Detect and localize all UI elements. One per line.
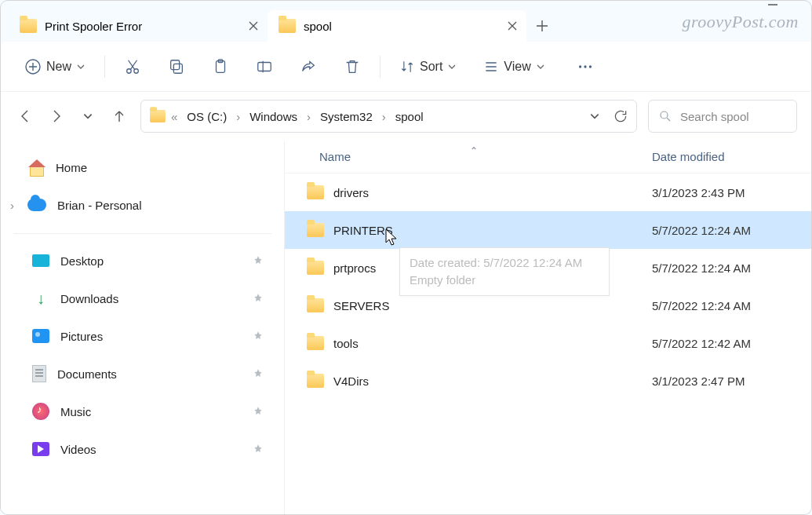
svg-rect-7 bbox=[258, 62, 271, 71]
chevron-down-icon bbox=[536, 62, 545, 71]
body: Home › Brian - Personal Desktop ↓ Downlo… bbox=[1, 141, 811, 515]
sidebar-item-onedrive[interactable]: › Brian - Personal bbox=[1, 186, 284, 224]
sidebar-item-label: Downloads bbox=[60, 292, 118, 305]
tooltip: Date created: 5/7/2022 12:24 AM Empty fo… bbox=[399, 247, 610, 296]
file-name: SERVERS bbox=[333, 299, 389, 312]
folder-icon bbox=[20, 19, 37, 33]
breadcrumb-system32[interactable]: System32 bbox=[315, 108, 377, 125]
videos-icon bbox=[32, 442, 49, 456]
chevron-right-icon[interactable]: › bbox=[381, 110, 388, 123]
delete-button[interactable] bbox=[336, 51, 369, 82]
chevron-right-icon[interactable]: › bbox=[305, 110, 312, 123]
chevron-down-icon bbox=[447, 62, 457, 71]
search-placeholder: Search spool bbox=[680, 110, 749, 123]
sidebar-item-videos[interactable]: Videos bbox=[1, 430, 284, 468]
pin-icon[interactable] bbox=[253, 293, 264, 304]
folder-icon bbox=[307, 223, 324, 237]
file-row[interactable]: V4Dirs 3/1/2023 2:47 PM bbox=[285, 362, 811, 400]
svg-point-10 bbox=[589, 65, 592, 68]
pictures-icon bbox=[32, 329, 49, 343]
file-row[interactable]: PRINTERS 5/7/2022 12:24 AM bbox=[285, 211, 811, 249]
navigation-row: « OS (C:) › Windows › System32 › spool S… bbox=[1, 92, 811, 141]
column-headers: Name ⌃ Date modified bbox=[285, 141, 811, 173]
sidebar-item-home[interactable]: Home bbox=[1, 148, 284, 186]
address-dropdown-button[interactable] bbox=[589, 111, 600, 122]
pin-icon[interactable] bbox=[253, 368, 264, 379]
folder-icon bbox=[307, 374, 324, 388]
share-button[interactable] bbox=[292, 51, 325, 82]
rename-icon bbox=[256, 58, 273, 75]
tab-print-spooler-error[interactable]: Print Spooler Error bbox=[9, 10, 268, 42]
paste-icon bbox=[212, 58, 229, 75]
breadcrumb-overflow[interactable]: « bbox=[169, 110, 179, 123]
sort-button[interactable]: Sort bbox=[391, 51, 464, 82]
trash-icon bbox=[344, 58, 361, 75]
divider bbox=[104, 56, 105, 78]
breadcrumb-windows[interactable]: Windows bbox=[245, 108, 302, 125]
plus-circle-icon bbox=[24, 58, 42, 75]
sidebar-item-pictures[interactable]: Pictures bbox=[1, 317, 284, 355]
close-tab-icon[interactable] bbox=[244, 16, 263, 35]
pin-icon[interactable] bbox=[253, 444, 264, 455]
sidebar: Home › Brian - Personal Desktop ↓ Downlo… bbox=[1, 141, 285, 515]
chevron-down-icon bbox=[76, 62, 86, 71]
up-button[interactable] bbox=[109, 106, 129, 126]
svg-rect-4 bbox=[171, 60, 180, 69]
pin-icon[interactable] bbox=[253, 331, 264, 342]
file-date: 3/1/2023 2:43 PM bbox=[652, 186, 811, 199]
breadcrumb-spool[interactable]: spool bbox=[391, 108, 428, 125]
sidebar-item-label: Desktop bbox=[60, 254, 104, 268]
paste-button[interactable] bbox=[204, 51, 237, 82]
file-row[interactable]: tools 5/7/2022 12:42 AM bbox=[285, 324, 811, 362]
svg-point-11 bbox=[661, 111, 668, 119]
sidebar-item-documents[interactable]: Documents bbox=[1, 355, 284, 393]
refresh-button[interactable] bbox=[613, 108, 628, 124]
sidebar-item-desktop[interactable]: Desktop bbox=[1, 242, 284, 279]
sidebar-item-label: Home bbox=[56, 161, 87, 174]
folder-icon bbox=[279, 19, 296, 33]
minimize-button[interactable] bbox=[767, 0, 799, 10]
tab-label: Print Spooler Error bbox=[45, 20, 142, 33]
recent-locations-button[interactable] bbox=[78, 106, 98, 126]
sort-icon bbox=[399, 59, 415, 75]
sidebar-item-downloads[interactable]: ↓ Downloads bbox=[1, 279, 284, 317]
folder-icon bbox=[150, 110, 166, 122]
pin-icon[interactable] bbox=[253, 255, 264, 266]
tab-spool[interactable]: spool bbox=[268, 10, 526, 42]
chevron-right-icon[interactable]: › bbox=[10, 199, 14, 212]
new-button[interactable]: New bbox=[16, 51, 93, 82]
divider bbox=[380, 56, 381, 78]
folder-icon bbox=[307, 298, 324, 312]
column-header-date[interactable]: Date modified bbox=[652, 150, 811, 163]
more-button[interactable] bbox=[569, 51, 602, 82]
chevron-right-icon[interactable]: › bbox=[235, 110, 242, 123]
column-header-name[interactable]: Name ⌃ bbox=[285, 150, 652, 163]
divider bbox=[13, 233, 271, 234]
cut-button[interactable] bbox=[116, 51, 149, 82]
folder-icon bbox=[307, 261, 324, 275]
forward-button[interactable] bbox=[46, 106, 67, 126]
breadcrumb-drive[interactable]: OS (C:) bbox=[182, 108, 231, 125]
view-button[interactable]: View bbox=[475, 51, 552, 82]
close-tab-icon[interactable] bbox=[503, 16, 522, 35]
desktop-icon bbox=[32, 254, 49, 267]
search-box[interactable]: Search spool bbox=[648, 100, 797, 133]
file-name: PRINTERS bbox=[333, 224, 393, 237]
folder-icon bbox=[307, 336, 324, 350]
rename-button[interactable] bbox=[248, 51, 281, 82]
address-bar[interactable]: « OS (C:) › Windows › System32 › spool bbox=[140, 100, 637, 133]
file-row[interactable]: drivers 3/1/2023 2:43 PM bbox=[285, 173, 811, 211]
sidebar-item-label: Brian - Personal bbox=[57, 199, 142, 212]
file-name: prtprocs bbox=[333, 261, 376, 275]
back-button[interactable] bbox=[15, 106, 35, 126]
file-date: 5/7/2022 12:42 AM bbox=[652, 337, 811, 350]
copy-button[interactable] bbox=[160, 51, 193, 82]
sidebar-item-music[interactable]: Music bbox=[1, 393, 284, 430]
toolbar: New Sort View bbox=[1, 42, 811, 92]
pin-icon[interactable] bbox=[253, 406, 264, 417]
copy-icon bbox=[168, 58, 185, 75]
file-list: Name ⌃ Date modified drivers 3/1/2023 2:… bbox=[285, 141, 811, 515]
view-icon bbox=[483, 59, 499, 75]
new-tab-button[interactable] bbox=[526, 10, 558, 42]
tooltip-line: Date created: 5/7/2022 12:24 AM bbox=[410, 254, 599, 272]
